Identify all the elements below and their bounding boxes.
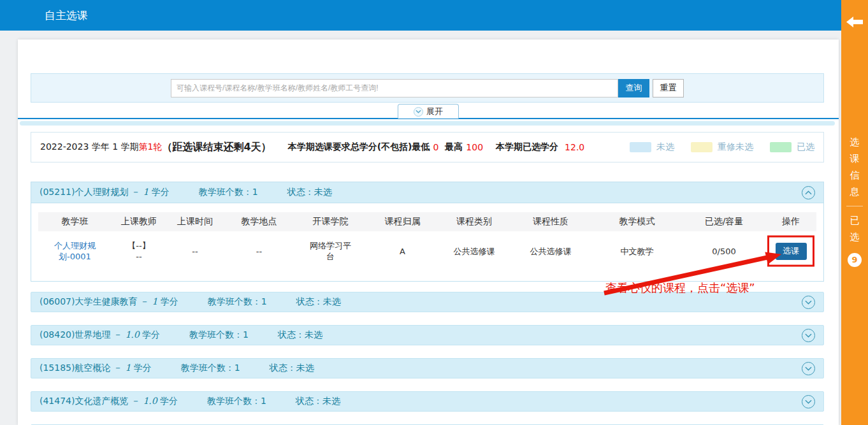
chevron-down-icon[interactable] [802, 329, 815, 342]
cell-class_name: 个人理财规划-0001 [38, 231, 112, 271]
course-credit-unit: 学分 [131, 363, 151, 373]
expand-filters-tab[interactable]: 展开 [398, 104, 459, 119]
course-name: (05211)个人理财规划 － 1 学分 [40, 187, 170, 198]
legend-item: 未选 [630, 141, 674, 153]
legend-swatch [630, 142, 651, 152]
course-item: (08420)世界地理 － 1.0 学分教学班个数：1状态：未选 [31, 325, 824, 345]
course-bar[interactable]: (15185)航空概论 － 1 学分教学班个数：1状态：未选 [31, 358, 824, 378]
class-panel: 教学班上课教师上课时间教学地点开课学院课程归属课程类别课程性质教学模式已选/容量… [31, 203, 823, 281]
course-credit-unit: 学分 [140, 329, 160, 340]
query-button[interactable]: 查询 [618, 79, 649, 97]
legend-label: 已选 [797, 141, 814, 153]
column-header: 已选/容量 [683, 212, 765, 231]
selected-count-badge: 9 [848, 253, 862, 267]
vertical-char: 选 [841, 134, 868, 150]
teacher-line: 【--】 [127, 240, 150, 251]
class-name-link[interactable]: 个人理财规划-0001 [38, 240, 112, 262]
vertical-char: 息 [841, 184, 868, 200]
cell-category: 公共选修课 [438, 231, 510, 271]
column-header: 操作 [765, 212, 816, 231]
course-name: (08420)世界地理 － 1.0 学分 [40, 329, 160, 341]
course-status: 状态：未选 [296, 296, 341, 308]
course-class-count: 教学班个数：1 [189, 329, 249, 341]
reset-button[interactable]: 重置 [653, 79, 684, 97]
search-input[interactable] [171, 79, 618, 97]
course-credit-unit: 学分 [157, 396, 178, 406]
course-credit-unit: 学分 [148, 187, 169, 197]
course-list: (05211)个人理财规划 － 1 学分教学班个数：1状态：未选教学班上课教师上… [31, 182, 824, 425]
vertical-char: 课 [841, 150, 868, 167]
legend-label: 重修未选 [718, 141, 753, 153]
chevron-down-icon[interactable] [802, 362, 815, 375]
round-text: 第1轮 [139, 141, 163, 153]
legend-item: 重修未选 [691, 141, 753, 153]
column-header: 教学模式 [591, 212, 683, 231]
course-credit-unit: 学分 [157, 296, 178, 306]
main-content-card: 查询 重置 展开 2022-2023 学年 1 学期第1轮 （距选课结束还剩4天… [18, 40, 839, 425]
course-name: (06007)大学生健康教育 － 1 学分 [40, 296, 178, 308]
vertical-char: 选 [841, 229, 868, 245]
column-header: 教学地点 [224, 212, 294, 231]
course-status: 状态：未选 [270, 363, 314, 374]
select-course-button[interactable]: 选课 [776, 243, 807, 260]
column-header: 上课时间 [166, 212, 224, 231]
course-item: (05211)个人理财规划 － 1 学分教学班个数：1状态：未选教学班上课教师上… [31, 182, 824, 282]
cell-nature: 公共选修课 [510, 231, 591, 271]
tab-divider [846, 206, 863, 206]
selected-credit-value: 12.0 [565, 142, 584, 152]
status-legend: 未选重修未选已选 [630, 141, 814, 153]
course-bar[interactable]: (08420)世界地理 － 1.0 学分教学班个数：1状态：未选 [31, 325, 824, 345]
expand-tab-label: 展开 [426, 106, 443, 117]
search-panel: 查询 重置 [31, 73, 824, 103]
course-credit-value: 1 [143, 187, 148, 197]
vertical-char: 已 [841, 212, 868, 229]
column-header: 教学班 [38, 212, 112, 231]
vertical-char: 信 [841, 167, 868, 184]
course-item: (41474)文化遗产概览 － 1.0 学分教学班个数：1状态：未选 [31, 391, 824, 412]
course-item: (15185)航空概论 － 1 学分教学班个数：1状态：未选 [31, 358, 824, 378]
college-text: 网络学习平台 [308, 240, 353, 262]
chevron-down-icon[interactable] [802, 296, 815, 309]
course-status: 状态：未选 [278, 329, 322, 341]
cell-belong: A [366, 231, 438, 271]
cell-action: 选课 [765, 231, 816, 271]
course-bar[interactable]: (05211)个人理财规划 － 1 学分教学班个数：1状态：未选 [31, 182, 823, 203]
legend-swatch [691, 142, 712, 152]
term-text: 2022-2023 学年 1 学期 [40, 141, 139, 153]
selected-courses-tab-title: 选课信息 [841, 134, 868, 200]
course-class-count: 教学班个数：1 [181, 363, 240, 374]
class-table-header: 教学班上课教师上课时间教学地点开课学院课程归属课程类别课程性质教学模式已选/容量… [38, 212, 816, 231]
collapse-sidebar-button[interactable] [841, 17, 868, 30]
chevron-up-icon[interactable] [802, 186, 815, 199]
course-credit-value: 1.0 [125, 329, 139, 340]
page-title: 自主选课 [45, 0, 88, 31]
column-header: 课程类别 [438, 212, 510, 231]
column-header: 课程归属 [366, 212, 438, 231]
selected-credit-label: 本学期已选学分 [496, 141, 558, 153]
course-status: 状态：未选 [296, 396, 340, 407]
max-credit-value: 100 [466, 142, 483, 152]
cell-mode: 中文教学 [591, 231, 683, 271]
legend-label: 未选 [656, 141, 674, 153]
course-bar[interactable]: (41474)文化遗产概览 － 1.0 学分教学班个数：1状态：未选 [31, 391, 824, 412]
selected-courses-tab[interactable]: 选课信息 已选 9 [841, 134, 868, 267]
class-table-row: 个人理财规划-0001【--】------网络学习平台A公共选修课公共选修课中文… [38, 231, 816, 271]
course-name: (15185)航空概论 － 1 学分 [40, 363, 152, 374]
chevron-down-icon[interactable] [802, 395, 815, 408]
app-header: 自主选课 [0, 0, 841, 31]
action-cell: 选课 [765, 231, 816, 271]
min-credit-value: 0 [433, 142, 438, 152]
cell-college: 网络学习平台 [294, 231, 366, 271]
course-credit-value: 1 [152, 296, 157, 306]
side-rail: 选课信息 已选 9 [841, 0, 868, 425]
legend-swatch [770, 142, 792, 152]
course-credit-value: 1.0 [143, 396, 157, 406]
course-class-count: 教学班个数：1 [208, 296, 267, 308]
course-class-count: 教学班个数：1 [199, 187, 258, 198]
horizontal-scrollbar[interactable] [20, 121, 835, 126]
requirement-label: 本学期选课要求总学分(不包括)最低 [288, 141, 430, 153]
max-credit-label: 最高 [445, 141, 463, 153]
teacher-line: -- [136, 251, 141, 262]
legend-item: 已选 [770, 141, 814, 153]
selected-courses-tab-sub: 已选 [841, 212, 868, 245]
